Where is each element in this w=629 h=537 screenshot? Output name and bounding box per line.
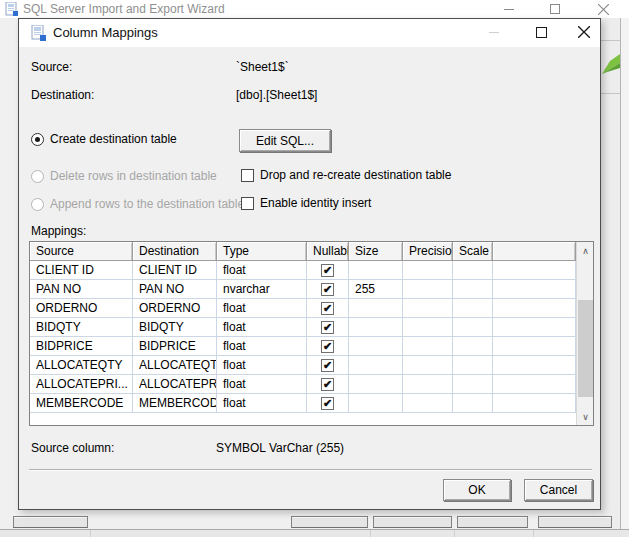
wizard-bottom-button-1[interactable] (13, 516, 88, 528)
grid-cell[interactable]: MEMBERCODE (30, 394, 133, 413)
nullable-checkbox[interactable]: ✔ (321, 359, 334, 372)
grid-cell[interactable] (453, 394, 493, 413)
maximize-icon (536, 27, 547, 38)
wizard-maximize-button[interactable] (542, 0, 568, 18)
grid-cell[interactable]: CLIENT ID (30, 261, 133, 280)
grid-cell[interactable] (349, 394, 403, 413)
grid-cell[interactable]: BIDQTY (30, 318, 133, 337)
scrollbar-down-arrow-icon[interactable]: ∨ (577, 408, 594, 425)
grid-cell[interactable] (403, 375, 453, 394)
scrollbar-thumb[interactable] (578, 300, 593, 397)
wizard-right-panel (601, 18, 629, 537)
scrollbar-up-arrow-icon[interactable]: ∧ (577, 242, 594, 259)
grid-cell[interactable]: PAN NO (133, 280, 217, 299)
grid-vertical-scrollbar[interactable]: ∧ ∨ (576, 242, 593, 425)
grid-cell[interactable] (403, 394, 453, 413)
checkbox-enable-identity-insert-label[interactable]: Enable identity insert (260, 196, 371, 210)
checkbox-drop-recreate-label[interactable]: Drop and re-create destination table (260, 168, 451, 182)
grid-cell[interactable] (349, 299, 403, 318)
nullable-checkbox[interactable]: ✔ (321, 340, 334, 353)
grid-cell[interactable] (403, 299, 453, 318)
nullable-checkbox-cell[interactable]: ✔ (307, 394, 349, 413)
grid-cell (493, 261, 576, 280)
dialog-close-button[interactable] (570, 21, 598, 43)
grid-cell[interactable]: float (217, 299, 307, 318)
grid-cell[interactable]: MEMBERCODE (133, 394, 217, 413)
table-row: ALLOCATEPRI... ALLOCATEPRI...float✔ (30, 375, 576, 394)
grid-cell[interactable] (349, 318, 403, 337)
grid-cell[interactable]: ALLOCATEPRI... (30, 375, 133, 394)
grid-cell[interactable]: BIDPRICE (30, 337, 133, 356)
nullable-checkbox-cell[interactable]: ✔ (307, 375, 349, 394)
grid-cell[interactable] (403, 280, 453, 299)
grid-cell (493, 337, 576, 356)
grid-cell[interactable]: float (217, 337, 307, 356)
grid-cell[interactable]: PAN NO (30, 280, 133, 299)
destination-value: [dbo].[Sheet1$] (236, 88, 317, 102)
grid-cell[interactable] (453, 375, 493, 394)
grid-cell[interactable] (453, 280, 493, 299)
ok-button[interactable]: OK (443, 479, 511, 501)
grid-cell[interactable]: BIDPRICE (133, 337, 217, 356)
checkbox-enable-identity-insert[interactable] (241, 197, 254, 210)
grid-cell[interactable]: ALLOCATEQTY (30, 356, 133, 375)
grid-cell[interactable] (453, 299, 493, 318)
grid-cell[interactable] (349, 337, 403, 356)
nullable-checkbox-cell[interactable]: ✔ (307, 280, 349, 299)
radio-delete-rows-label: Delete rows in destination table (50, 169, 217, 183)
grid-cell[interactable]: float (217, 356, 307, 375)
cancel-button[interactable]: Cancel (524, 479, 593, 501)
radio-create-destination-table[interactable] (31, 133, 44, 146)
grid-cell[interactable]: CLIENT ID (133, 261, 217, 280)
grid-cell[interactable]: BIDQTY (133, 318, 217, 337)
grid-cell[interactable]: float (217, 318, 307, 337)
nullable-checkbox[interactable]: ✔ (321, 378, 334, 391)
nullable-checkbox-cell[interactable]: ✔ (307, 299, 349, 318)
edit-sql-button[interactable]: Edit SQL... (239, 129, 331, 152)
wizard-bottom-button-2[interactable] (291, 516, 368, 528)
wizard-bottom-button-3[interactable] (373, 516, 452, 528)
grid-cell[interactable] (453, 337, 493, 356)
grid-cell[interactable] (403, 356, 453, 375)
grid-cell[interactable]: float (217, 394, 307, 413)
grid-cell[interactable] (349, 356, 403, 375)
wizard-minimize-button[interactable] (496, 0, 522, 18)
grid-cell[interactable]: nvarchar (217, 280, 307, 299)
dialog-maximize-button[interactable] (527, 21, 555, 43)
grid-cell[interactable] (349, 375, 403, 394)
grid-cell[interactable]: ORDERNO (30, 299, 133, 318)
nullable-checkbox[interactable]: ✔ (321, 302, 334, 315)
grid-cell[interactable]: 255 (349, 280, 403, 299)
grid-cell[interactable] (403, 261, 453, 280)
nullable-checkbox-cell[interactable]: ✔ (307, 318, 349, 337)
grid-cell[interactable] (403, 337, 453, 356)
green-arrow-icon (602, 50, 620, 82)
nullable-checkbox[interactable]: ✔ (321, 264, 334, 277)
grid-cell[interactable] (453, 261, 493, 280)
grid-cell[interactable] (349, 261, 403, 280)
grid-cell[interactable] (453, 318, 493, 337)
nullable-checkbox-cell[interactable]: ✔ (307, 261, 349, 280)
wizard-bottom-button-4[interactable] (457, 516, 528, 528)
nullable-checkbox[interactable]: ✔ (321, 283, 334, 296)
source-column-label: Source column: (31, 441, 114, 455)
grid-cell (493, 375, 576, 394)
source-column-value: SYMBOL VarChar (255) (216, 441, 344, 455)
wizard-close-button[interactable] (590, 0, 616, 18)
checkbox-drop-recreate[interactable] (241, 169, 254, 182)
nullable-checkbox-cell[interactable]: ✔ (307, 356, 349, 375)
grid-cell[interactable] (403, 318, 453, 337)
minimize-icon (504, 9, 514, 10)
nullable-checkbox[interactable]: ✔ (321, 321, 334, 334)
grid-cell (493, 394, 576, 413)
nullable-checkbox[interactable]: ✔ (321, 397, 334, 410)
grid-cell[interactable]: float (217, 261, 307, 280)
nullable-checkbox-cell[interactable]: ✔ (307, 337, 349, 356)
grid-cell[interactable]: ORDERNO (133, 299, 217, 318)
grid-cell[interactable]: ALLOCATEQTY (133, 356, 217, 375)
grid-cell[interactable]: float (217, 375, 307, 394)
grid-cell[interactable]: ALLOCATEPRI... (133, 375, 217, 394)
radio-create-destination-table-label[interactable]: Create destination table (50, 132, 177, 146)
grid-cell[interactable] (453, 356, 493, 375)
wizard-bottom-button-5[interactable] (538, 516, 612, 528)
